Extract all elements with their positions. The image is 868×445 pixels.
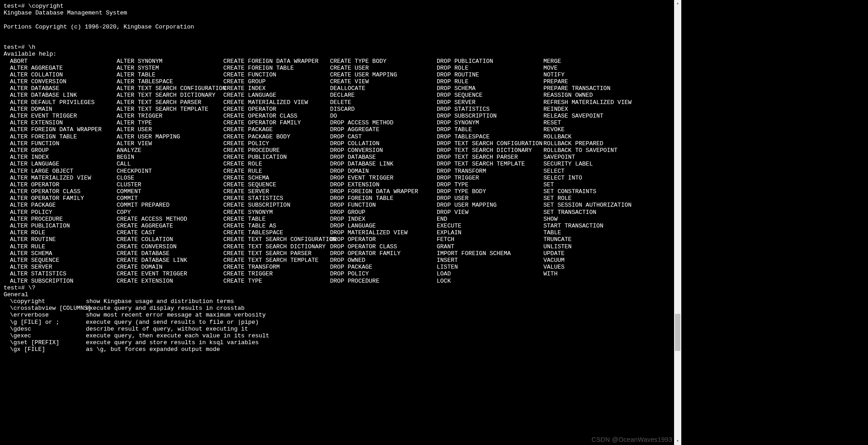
help-row: ALTER LANGUAGECALLCREATE ROLEDROP DATABA… [4, 161, 678, 167]
help-row: ALTER OPERATOR FAMILYCOMMITCREATE STATIS… [4, 195, 678, 202]
help-topic: COPY [117, 209, 223, 216]
help-topic: DROP PROCEDURE [330, 278, 437, 284]
help-topic: DROP CONVERSION [330, 147, 437, 154]
general-cmd-desc: describe result of query, without execut… [86, 326, 248, 332]
help-topic: ALTER SEQUENCE [10, 257, 117, 264]
help-row: ALTER AGGREGATEALTER SYSTEMCREATE FOREIG… [4, 65, 678, 71]
help-topic: ALTER SYNONYM [117, 58, 223, 65]
help-topic: ALTER SERVER [10, 264, 117, 270]
help-topic: SET SESSION AUTHORIZATION [543, 202, 632, 208]
help-topic: TABLE [543, 229, 561, 236]
help-topic: SET [543, 181, 554, 188]
typed-command-copyright: \copyright [28, 3, 64, 9]
help-topic: ALTER RULE [10, 243, 117, 250]
help-topic: ALTER EVENT TRIGGER [10, 113, 117, 119]
help-row: ALTER EVENT TRIGGERALTER TRIGGERCREATE O… [4, 113, 678, 119]
help-topic: DROP DATABASE [330, 154, 437, 161]
help-topic: CREATE DATABASE [117, 250, 223, 257]
help-topic: ALTER AGGREGATE [10, 65, 117, 71]
help-row: ALTER SERVERCREATE DOMAINCREATE TRANSFOR… [4, 264, 678, 270]
scrollbar-track[interactable]: ▴ ▾ [674, 0, 681, 445]
help-topic: CREATE TEXT SEARCH PARSER [223, 250, 330, 257]
help-topic: CREATE SUBSCRIPTION [223, 202, 330, 208]
help-topic: DROP INDEX [330, 216, 437, 222]
help-row: ALTER COLLATIONALTER TABLECREATE FUNCTIO… [4, 71, 678, 78]
help-topic: ALTER TEXT SEARCH PARSER [117, 99, 223, 106]
help-topic: ALTER TRIGGER [117, 113, 223, 119]
help-topic: REVOKE [543, 126, 565, 133]
watermark: CSDN @OceanWaves1993 [592, 436, 672, 443]
help-row: ALTER EXTENSIONALTER TYPECREATE OPERATOR… [4, 119, 678, 126]
help-topic: ALTER MATERIALIZED VIEW [10, 175, 117, 181]
help-topic: ALTER OPERATOR CLASS [10, 188, 117, 195]
typed-command-h: \h [28, 44, 36, 51]
general-cmd: \crosstabview [COLUMNS] [10, 305, 86, 312]
help-row: ALTER ROUTINECREATE COLLATIONCREATE TEXT… [4, 236, 678, 243]
help-row: ALTER RULECREATE CONVERSIONCREATE TEXT S… [4, 243, 678, 250]
help-topic: CREATE TEXT SEARCH CONFIGURATION [223, 236, 330, 243]
help-topic: CREATE PROCEDURE [223, 147, 330, 154]
help-topic: TRUNCATE [543, 236, 571, 243]
help-topic: CREATE SCHEMA [223, 175, 330, 181]
general-help-row: \errverboseshow most recent error messag… [4, 312, 678, 318]
help-topic: CREATE INDEX [223, 85, 330, 92]
help-topic: MERGE [543, 58, 561, 65]
general-cmd-desc: as \g, but forces expanded output mode [86, 346, 220, 353]
help-topic: DROP USER [437, 195, 543, 202]
help-topic: COMMENT [117, 188, 223, 195]
help-topic: DROP SEQUENCE [437, 92, 543, 99]
help-topic: ALTER SCHEMA [10, 250, 117, 257]
help-topic: SECURITY LABEL [543, 161, 593, 167]
prompt: test=# [4, 3, 28, 9]
help-row: ALTER PACKAGECOMMIT PREPAREDCREATE SUBSC… [4, 202, 678, 208]
help-topic: SET TRANSACTION [543, 209, 596, 216]
help-topic: DROP OWNED [330, 257, 437, 264]
general-help-row: \gset [PREFIX]execute query and store re… [4, 339, 678, 346]
general-help-row: \gx [FILE]as \g, but forces expanded out… [4, 346, 678, 353]
help-topic: DROP SYNONYM [437, 119, 543, 126]
help-topic: DROP DOMAIN [330, 168, 437, 175]
help-topic: ABORT [10, 58, 117, 65]
help-topic: SET CONSTRAINTS [543, 188, 596, 195]
help-topic: ALTER POLICY [10, 209, 117, 216]
general-cmd: \gset [PREFIX] [10, 339, 86, 346]
general-cmd-desc: show Kingbase usage and distribution ter… [86, 298, 234, 305]
help-topic: CREATE RULE [223, 168, 330, 175]
scroll-up-arrow-icon[interactable]: ▴ [674, 0, 681, 7]
help-topic: SHOW [543, 216, 557, 222]
help-topic: REASSIGN OWNED [543, 92, 593, 99]
help-topic: SELECT INTO [543, 175, 582, 181]
copyright-portions: Portions Copyright (c) 1996-2020, Kingba… [4, 24, 194, 30]
help-topic: DROP TEXT SEARCH PARSER [437, 154, 543, 161]
help-topic: SELECT [543, 168, 565, 175]
scroll-down-arrow-icon[interactable]: ▾ [674, 438, 681, 445]
help-topic: CREATE TEXT SEARCH DICTIONARY [223, 243, 330, 250]
help-row: ALTER POLICYCOPYCREATE SYNONYMDROP GROUP… [4, 209, 678, 216]
help-topic: ALTER TYPE [117, 119, 223, 126]
general-cmd-desc: execute query, then execute each value i… [86, 332, 269, 339]
general-help-row: \copyrightshow Kingbase usage and distri… [4, 298, 678, 305]
help-topic: ALTER EXTENSION [10, 119, 117, 126]
copyright-title: Kingbase Database Management System [4, 9, 127, 16]
help-topic: WITH [543, 270, 557, 277]
help-topic: DROP GROUP [330, 209, 437, 216]
help-topic: DROP USER MAPPING [437, 202, 543, 208]
help-row: ALTER PROCEDURECREATE ACCESS METHODCREAT… [4, 216, 678, 222]
help-row: ALTER ROLECREATE CASTCREATE TABLESPACEDR… [4, 229, 678, 236]
help-topic: ALTER DATABASE LINK [10, 92, 117, 99]
help-topic: DROP TYPE [437, 181, 543, 188]
help-topic: DROP ROUTINE [437, 71, 543, 78]
help-topic: CREATE TRANSFORM [223, 264, 330, 270]
terminal-viewport[interactable]: test=# \copyrightKingbase Database Manag… [0, 0, 681, 445]
help-topic: CREATE TABLESPACE [223, 229, 330, 236]
general-cmd: \copyright [10, 298, 86, 305]
help-topic: CREATE TYPE BODY [330, 58, 437, 65]
help-topic: DROP DATABASE LINK [330, 161, 437, 167]
help-row: ALTER DOMAINALTER TEXT SEARCH TEMPLATECR… [4, 106, 678, 113]
help-topic: DO [330, 113, 437, 119]
help-topic: ANALYZE [117, 147, 223, 154]
help-topic: DROP TABLE [437, 126, 543, 133]
help-topic: CREATE TEXT SEARCH TEMPLATE [223, 257, 330, 264]
scrollbar-thumb[interactable] [675, 314, 680, 351]
help-topic: VALUES [543, 264, 565, 270]
